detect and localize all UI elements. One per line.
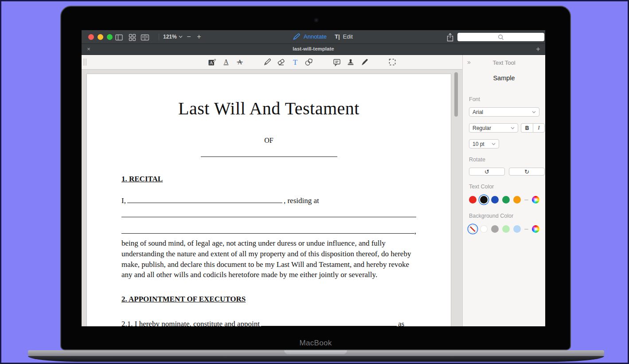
- new-tab-button[interactable]: +: [535, 45, 542, 53]
- annotation-toolbar: AAAT: [82, 55, 462, 70]
- macbook-underside: [28, 356, 604, 362]
- color-wheel-swatch[interactable]: [532, 225, 539, 233]
- note-icon[interactable]: [332, 57, 342, 67]
- background-color-swatches: [469, 225, 539, 233]
- white-swatch[interactable]: [480, 225, 488, 233]
- chevron-down-icon: [511, 127, 515, 129]
- chevron-down-icon: [179, 35, 183, 38]
- page-spread-icon[interactable]: [141, 33, 149, 42]
- rotate-ccw-icon: ↺: [484, 168, 489, 175]
- color-wheel-swatch[interactable]: [532, 196, 539, 204]
- light-blue-swatch[interactable]: [513, 225, 521, 233]
- lid-opening-notch: [284, 350, 347, 354]
- search-icon: [498, 34, 504, 40]
- rotate-cw-button[interactable]: ↻: [509, 168, 545, 176]
- vertical-scrollbar[interactable]: [454, 72, 458, 117]
- tab-edit-label: Edit: [343, 33, 353, 40]
- toolbar-grip-handle[interactable]: [83, 59, 86, 66]
- font-size-select[interactable]: 10 pt: [469, 139, 499, 149]
- edit-text-icon: T|: [335, 33, 340, 40]
- chevron-down-icon: [532, 111, 536, 114]
- text-tool-icon[interactable]: T: [290, 57, 300, 67]
- main-area: AAAT Last Will And Testament OF 1. RECIT…: [82, 55, 545, 326]
- highlight-text-icon[interactable]: A: [207, 57, 217, 67]
- strikethrough-text-icon[interactable]: A: [235, 57, 245, 67]
- red-swatch[interactable]: [469, 196, 477, 204]
- zoom-level-dropdown[interactable]: 121%: [163, 34, 183, 40]
- green-swatch[interactable]: [502, 196, 510, 204]
- font-family-select[interactable]: Arial: [469, 107, 539, 117]
- testator-name-blank: [201, 157, 337, 157]
- font-style-select[interactable]: Regular: [469, 123, 518, 133]
- panel-title: Text Tool: [463, 59, 545, 66]
- zoom-out-button[interactable]: −: [185, 33, 193, 41]
- section-recital-heading: 1. RECITAL: [121, 175, 416, 184]
- webcam-icon: [314, 18, 318, 22]
- svg-text:A: A: [224, 59, 229, 65]
- rotate-ccw-button[interactable]: ↺: [469, 168, 505, 176]
- tab-annotate[interactable]: Annotate: [293, 33, 327, 40]
- titlebar: 121% − + Annotate T| Edit: [82, 30, 545, 44]
- font-preview-text: Sample: [463, 74, 545, 82]
- document-tab-title[interactable]: last-will-template: [82, 46, 545, 51]
- document-tab-bar: × last-will-template +: [82, 44, 545, 55]
- minimize-window-button[interactable]: [98, 34, 103, 40]
- macbook-screen: 121% − + Annotate T| Edit: [60, 6, 571, 350]
- address-blank-line-2: ,: [121, 227, 416, 236]
- pen-icon[interactable]: [262, 57, 272, 67]
- annotate-pen-icon: [293, 33, 301, 40]
- macbook-base: [28, 350, 604, 356]
- eraser-icon[interactable]: [276, 57, 286, 67]
- text-color-section-label: Text Color: [469, 184, 494, 190]
- executor-name-blank: [261, 320, 397, 326]
- toolbar-divider: [159, 34, 159, 40]
- blue-swatch[interactable]: [491, 196, 499, 204]
- screenshot-frame: 121% − + Annotate T| Edit: [0, 0, 629, 364]
- rotate-section-label: Rotate: [469, 157, 485, 163]
- tab-edit[interactable]: T| Edit: [335, 33, 353, 40]
- none-swatch[interactable]: [469, 225, 477, 233]
- document-page: Last Will And Testament OF 1. RECITAL I,…: [87, 74, 451, 326]
- thumbnails-icon[interactable]: [128, 33, 137, 42]
- rotate-cw-icon: ↻: [524, 168, 529, 175]
- italic-button[interactable]: I: [533, 123, 545, 133]
- underline-text-icon[interactable]: A: [221, 57, 231, 67]
- zoom-in-button[interactable]: +: [195, 33, 203, 41]
- sidebar-icon[interactable]: [114, 33, 123, 42]
- macbook-logo-label: MacBook: [61, 339, 570, 348]
- background-color-section-label: Background Color: [469, 213, 513, 219]
- tab-annotate-label: Annotate: [304, 33, 327, 40]
- section-executors-heading: 2. APPOINTMENT OF EXECUTORS: [121, 295, 416, 304]
- chevron-down-icon: [492, 143, 496, 145]
- stamp-icon[interactable]: [346, 57, 356, 67]
- address-blank-line-1: [121, 217, 416, 217]
- shapes-icon[interactable]: [304, 57, 314, 67]
- pdf-app-window: 121% − + Annotate T| Edit: [82, 30, 545, 326]
- document-title: Last Will And Testament: [121, 98, 416, 119]
- bold-button[interactable]: B: [521, 123, 533, 133]
- swatch-divider: [524, 229, 528, 230]
- name-blank: [127, 197, 282, 203]
- orange-swatch[interactable]: [513, 196, 521, 204]
- share-icon[interactable]: [445, 32, 455, 42]
- document-subtitle: OF: [121, 137, 416, 145]
- search-input[interactable]: [457, 33, 544, 41]
- swatch-divider: [524, 200, 528, 200]
- recital-body: being of sound mind, of legal age, not a…: [121, 238, 416, 280]
- text-color-swatches: [469, 196, 539, 204]
- svg-text:A: A: [210, 60, 213, 65]
- black-swatch[interactable]: [480, 196, 488, 204]
- signature-icon[interactable]: [360, 57, 370, 67]
- light-green-swatch[interactable]: [502, 225, 510, 233]
- selection-icon[interactable]: [387, 57, 397, 67]
- document-viewport[interactable]: Last Will And Testament OF 1. RECITAL I,…: [82, 70, 462, 326]
- recital-intro-line: I,, residing at: [121, 196, 416, 205]
- bold-italic-group: B I: [521, 123, 545, 133]
- svg-text:T: T: [293, 58, 298, 67]
- window-controls: [88, 34, 113, 40]
- gray-swatch[interactable]: [491, 225, 499, 233]
- zoom-window-button[interactable]: [107, 34, 113, 40]
- close-window-button[interactable]: [88, 34, 94, 40]
- executors-body: 2.1. I hereby nominate, constitute and a…: [121, 319, 416, 326]
- text-tool-panel: » Text Tool Sample Font Arial Regular B: [462, 55, 545, 326]
